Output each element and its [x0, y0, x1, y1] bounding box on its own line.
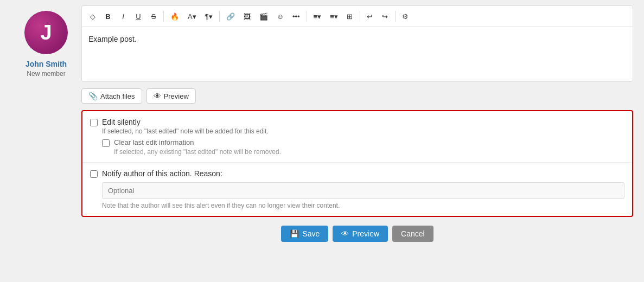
toolbar-list-btn[interactable]: ≡▾ — [327, 9, 341, 23]
toolbar-undo-btn[interactable]: ↩ — [364, 9, 377, 23]
toolbar-divider-2 — [219, 11, 220, 22]
toolbar-bold-btn[interactable]: B — [101, 9, 114, 23]
toolbar-eraser-btn[interactable]: ◇ — [86, 9, 99, 23]
toolbar-italic-btn[interactable]: I — [117, 9, 130, 23]
toolbar-color-btn[interactable]: 🔥 — [167, 9, 182, 23]
editor-container: ◇ B I U S 🔥 A▾ ¶▾ 🔗 🖼 🎬 ☺ ••• ≡▾ ≡▾ ⊞ — [81, 5, 633, 82]
toolbar-para-btn[interactable]: ¶▾ — [202, 9, 216, 23]
toolbar-divider-3 — [307, 11, 307, 22]
toolbar-divider-4 — [360, 11, 360, 22]
preview-button[interactable]: 👁 Preview — [146, 88, 196, 104]
options-area: Edit silently If selected, no "last edit… — [81, 110, 633, 217]
save-icon: 💾 — [290, 229, 299, 238]
toolbar-align-btn[interactable]: ≡▾ — [310, 9, 325, 23]
clear-edit-desc: If selected, any existing "last edited" … — [114, 148, 624, 156]
preview-eye-icon: 👁 — [341, 229, 349, 238]
avatar: J — [24, 11, 68, 54]
toolbar-more-btn[interactable]: ••• — [289, 9, 303, 23]
user-name: John Smith — [25, 60, 67, 68]
toolbar-video-btn[interactable]: 🎬 — [256, 9, 271, 23]
preview-bottom-button[interactable]: 👁 Preview — [333, 226, 388, 242]
edit-silently-desc: If selected, no "last edited" note will … — [102, 127, 624, 135]
page-wrapper: J John Smith New member ◇ B I U S 🔥 A▾ ¶… — [0, 0, 644, 282]
toolbar-link-btn[interactable]: 🔗 — [223, 9, 238, 23]
notify-label[interactable]: Notify author of this action. Reason: — [102, 169, 222, 178]
toolbar-image-btn[interactable]: 🖼 — [240, 9, 254, 23]
toolbar-underline-btn[interactable]: U — [132, 9, 145, 23]
toolbar-redo-btn[interactable]: ↪ — [379, 9, 392, 23]
paperclip-icon: 📎 — [88, 92, 98, 100]
edit-silently-row: Edit silently — [90, 118, 624, 126]
editor-body[interactable]: Example post. — [82, 27, 633, 81]
main-content: ◇ B I U S 🔥 A▾ ¶▾ 🔗 🖼 🎬 ☺ ••• ≡▾ ≡▾ ⊞ — [81, 5, 633, 277]
toolbar-divider-1 — [163, 11, 164, 22]
cancel-button[interactable]: Cancel — [392, 226, 433, 242]
reason-note: Note that the author will see this alert… — [102, 202, 624, 209]
notify-section: Notify author of this action. Reason: No… — [82, 163, 632, 216]
eye-icon: 👁 — [154, 92, 161, 100]
editor-toolbar: ◇ B I U S 🔥 A▾ ¶▾ 🔗 🖼 🎬 ☺ ••• ≡▾ ≡▾ ⊞ — [82, 6, 633, 27]
toolbar-strike-btn[interactable]: S — [147, 9, 160, 23]
toolbar-settings-btn[interactable]: ⚙ — [399, 9, 412, 23]
clear-edit-row: Clear last edit information — [102, 138, 624, 147]
toolbar-font-btn[interactable]: A▾ — [184, 9, 200, 23]
user-role: New member — [27, 70, 65, 78]
toolbar-emoji-btn[interactable]: ☺ — [273, 9, 287, 23]
action-bar: 📎 Attach files 👁 Preview — [81, 86, 633, 106]
reason-input[interactable] — [102, 182, 624, 199]
edit-silently-checkbox[interactable] — [90, 119, 98, 126]
clear-edit-checkbox[interactable] — [102, 139, 110, 147]
clear-edit-label[interactable]: Clear last edit information — [114, 138, 194, 146]
edit-silently-section: Edit silently If selected, no "last edit… — [82, 111, 632, 163]
toolbar-table-btn[interactable]: ⊞ — [343, 9, 356, 23]
edit-silently-label[interactable]: Edit silently — [102, 118, 141, 126]
bottom-action-bar: 💾 Save 👁 Preview Cancel — [81, 221, 633, 244]
attach-files-button[interactable]: 📎 Attach files — [81, 88, 142, 104]
notify-row: Notify author of this action. Reason: — [90, 169, 624, 178]
sidebar: J John Smith New member — [11, 5, 81, 277]
toolbar-divider-5 — [395, 11, 396, 22]
notify-checkbox[interactable] — [90, 170, 98, 178]
save-button[interactable]: 💾 Save — [281, 226, 328, 242]
clear-edit-section: Clear last edit information If selected,… — [102, 138, 624, 156]
